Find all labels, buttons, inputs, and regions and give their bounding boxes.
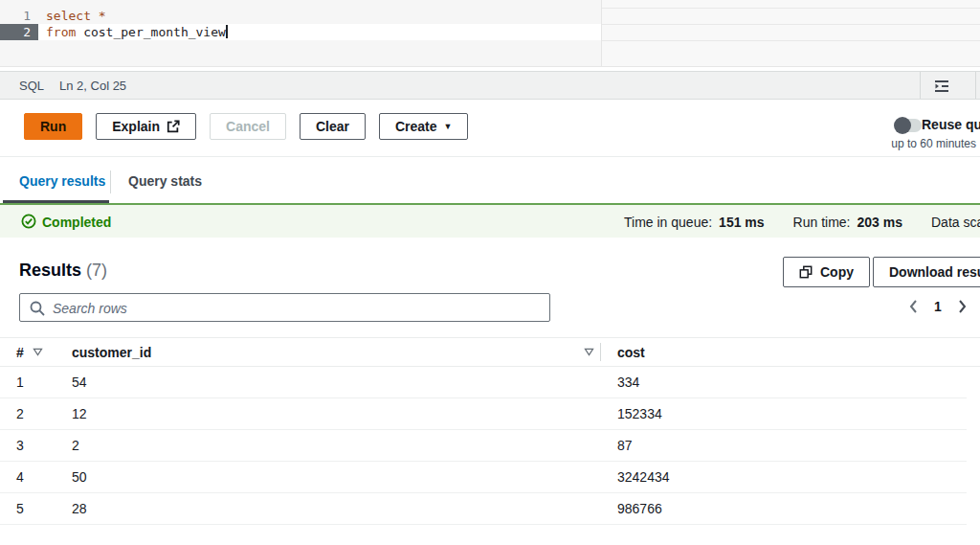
reuse-query-toggle[interactable] (895, 119, 922, 132)
search-rows-input[interactable] (51, 295, 543, 322)
sort-icon[interactable] (584, 348, 594, 356)
current-page-number[interactable]: 1 (934, 299, 942, 314)
query-status-banner: Completed Time in queue:151 ms Run time:… (0, 203, 980, 238)
editor-side-panel (601, 0, 980, 67)
table-row[interactable]: 528986766 (0, 493, 967, 525)
tab-query-stats[interactable]: Query stats (128, 173, 202, 189)
table-row[interactable]: 212152334 (0, 398, 967, 430)
cancel-button: Cancel (210, 113, 286, 140)
pagination: 1 (907, 299, 969, 314)
queue-time-label: Time in queue: (624, 215, 712, 230)
editor-line-2[interactable]: 2from cost_per_month_view (0, 24, 601, 40)
tab-separator (110, 170, 111, 193)
table-cell: 12 (72, 406, 617, 421)
panel-row-divider (602, 8, 980, 9)
column-header-index[interactable]: # (16, 345, 72, 360)
cursor-position-label: Ln 2, Col 25 (59, 79, 126, 93)
statusbar-separator (975, 72, 976, 99)
data-scanned-label: Data scan (931, 215, 980, 230)
check-circle-icon (21, 214, 36, 229)
table-cell: 54 (72, 375, 617, 390)
table-body: 15433421215233432874503242434528986766 (0, 367, 980, 525)
reuse-query-sublabel: up to 60 minutes (888, 137, 976, 150)
sort-icon[interactable] (33, 348, 43, 356)
tab-query-results[interactable]: Query results (19, 173, 105, 189)
line-number: 1 (0, 8, 38, 24)
sql-editor[interactable]: 1select * 2from cost_per_month_view (0, 0, 601, 67)
table-row[interactable]: 4503242434 (0, 462, 967, 493)
chevron-down-icon: ▼ (444, 123, 453, 131)
query-stats-summary: Time in queue:151 ms Run time:203 ms Dat… (624, 215, 980, 230)
editor-status-bar: SQL Ln 2, Col 25 (0, 71, 980, 100)
column-header-cost[interactable]: cost (617, 345, 980, 360)
sql-code: cost_per_month_view (76, 25, 226, 39)
copy-button[interactable]: Copy (783, 257, 870, 287)
table-row[interactable]: 3287 (0, 430, 967, 462)
language-label: SQL (19, 79, 44, 93)
table-row[interactable]: 154334 (0, 367, 967, 398)
table-cell: 3 (16, 438, 72, 453)
table-cell: 28 (72, 501, 617, 516)
reuse-query-label: Reuse query (922, 117, 980, 132)
column-divider (600, 343, 601, 361)
table-cell: 1 (16, 375, 72, 390)
table-cell: 986766 (617, 501, 967, 516)
search-icon (29, 300, 46, 317)
table-cell: 4 (16, 469, 72, 485)
next-page-icon[interactable] (955, 299, 969, 314)
query-toolbar: Run Explain Cancel Clear Create ▼ (24, 113, 468, 140)
panel-row-divider (602, 40, 980, 41)
previous-page-icon[interactable] (907, 299, 921, 314)
run-time-label: Run time: (793, 215, 851, 230)
results-heading: Results (7) (19, 261, 107, 281)
clear-button[interactable]: Clear (300, 113, 366, 140)
text-cursor (226, 25, 228, 38)
table-cell: 2 (16, 406, 72, 421)
table-header-row: # customer_id cost (0, 337, 980, 367)
queue-time-value: 151 ms (719, 215, 764, 230)
column-header-customer-id[interactable]: customer_id (72, 345, 617, 360)
sql-keyword: select (46, 9, 91, 23)
table-cell: 2 (72, 438, 617, 453)
section-divider (0, 156, 980, 157)
table-cell: 152334 (617, 406, 967, 421)
sql-code: * (91, 9, 106, 23)
editor-shortcuts-icon[interactable] (934, 79, 949, 94)
panel-row-divider (602, 24, 980, 25)
search-box (19, 293, 550, 322)
run-time-value: 203 ms (858, 215, 902, 230)
table-cell: 3242434 (617, 469, 967, 485)
table-cell: 5 (16, 501, 72, 516)
external-link-icon (167, 120, 180, 133)
table-cell: 87 (617, 438, 967, 453)
results-count: (7) (86, 261, 107, 280)
download-results-button[interactable]: Download results (873, 257, 980, 287)
editor-bottom-border (0, 66, 980, 67)
table-cell: 50 (72, 469, 617, 485)
statusbar-separator (920, 72, 921, 99)
editor-line-1[interactable]: 1select * (0, 8, 601, 24)
status-text: Completed (42, 215, 111, 230)
table-cell: 334 (617, 375, 967, 390)
create-button[interactable]: Create ▼ (379, 113, 469, 140)
explain-button[interactable]: Explain (96, 113, 196, 140)
toggle-knob (894, 117, 911, 134)
sql-keyword: from (46, 25, 76, 39)
run-button[interactable]: Run (24, 113, 82, 140)
copy-icon (799, 265, 813, 279)
line-number-active: 2 (0, 24, 38, 40)
athena-query-editor: 1select * 2from cost_per_month_view SQL … (0, 0, 980, 545)
